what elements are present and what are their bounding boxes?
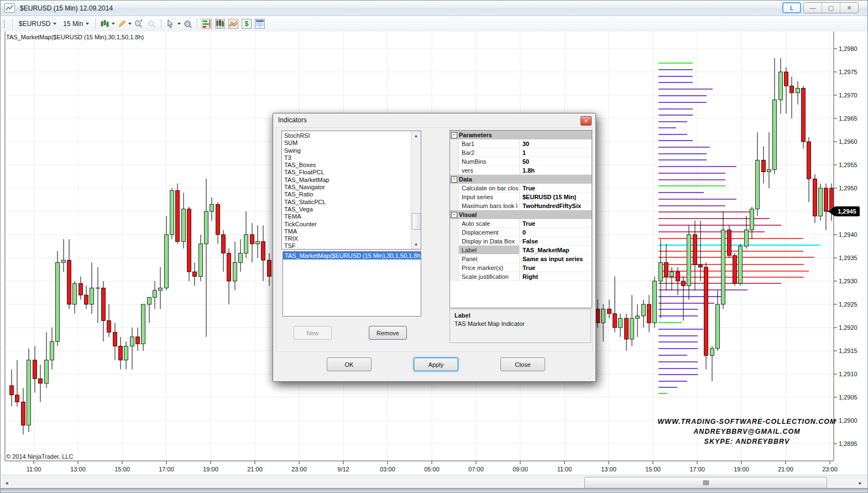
property-category[interactable]: −Parameters xyxy=(450,131,592,139)
property-name[interactable]: Display in Data Box xyxy=(459,237,520,246)
chevron-down-icon[interactable] xyxy=(128,23,132,25)
scrollbar-thumb[interactable] xyxy=(584,477,827,489)
property-name[interactable]: Scale justification xyxy=(459,272,520,281)
dialog-title-bar[interactable]: Indicators xyxy=(273,113,595,127)
property-row[interactable]: Display in Data BoxFalse xyxy=(450,237,592,246)
apply-button[interactable]: Apply xyxy=(414,357,458,371)
ok-button[interactable]: OK xyxy=(327,357,372,371)
property-name[interactable]: NumBins xyxy=(459,157,520,166)
minimize-icon[interactable]: — xyxy=(804,3,822,13)
indicator-list-item[interactable]: TEMA xyxy=(282,213,411,220)
close-button[interactable]: Close xyxy=(500,357,545,371)
resize-grip-icon[interactable]: ⋰ xyxy=(588,374,594,380)
property-value[interactable]: False xyxy=(520,237,592,246)
data-grid-icon[interactable] xyxy=(254,18,265,29)
collapse-icon[interactable]: − xyxy=(451,177,457,183)
property-grid[interactable]: −ParametersBar130Bar21NumBins50vers1.8h−… xyxy=(449,130,592,308)
property-name[interactable]: Bar1 xyxy=(459,139,520,148)
indicator-list-item[interactable]: TAS_Boxes xyxy=(282,162,411,169)
new-button[interactable]: New xyxy=(294,326,332,340)
property-value[interactable]: True xyxy=(520,184,592,193)
indicator-list[interactable]: StochRSISUMSwingT3TAS_BoxesTAS_FloatPCLT… xyxy=(281,131,421,250)
property-value[interactable]: TwoHundredFiftySix xyxy=(520,201,592,210)
chevron-down-icon[interactable] xyxy=(177,23,181,25)
property-name[interactable]: Displacement xyxy=(459,228,520,237)
indicator-list-item[interactable]: SUM xyxy=(282,139,411,147)
indicator-list-item[interactable]: TAS_MarketMap xyxy=(282,177,411,184)
indicator-list-item[interactable]: TAS_Navigator xyxy=(282,184,411,191)
property-row[interactable]: vers1.8h xyxy=(450,166,592,175)
property-name[interactable]: vers xyxy=(459,166,520,175)
magnifier-icon[interactable] xyxy=(182,18,193,29)
link-button[interactable]: L xyxy=(782,2,801,13)
property-value[interactable]: True xyxy=(520,219,592,228)
close-icon[interactable]: ✕ xyxy=(840,3,858,13)
indicator-list-item[interactable]: T3 xyxy=(282,154,411,162)
scroll-down-icon[interactable]: ▼ xyxy=(412,240,420,249)
indicator-list-item[interactable]: TRIX xyxy=(282,235,411,242)
property-row[interactable]: Auto scaleTrue xyxy=(450,219,592,228)
time-axis[interactable]: 11:0013:0015:0017:0019:0021:0023:009/120… xyxy=(27,461,838,473)
property-name[interactable]: Maximum bars look l xyxy=(459,201,520,210)
zoom-in-icon[interactable] xyxy=(133,18,144,29)
property-row[interactable]: Calculate on bar closTrue xyxy=(450,184,592,193)
indicator-list-item[interactable]: TAS_Ratio xyxy=(282,191,411,198)
indicator-list-item[interactable]: TAS_FloatPCL xyxy=(282,169,411,176)
dollar-icon[interactable]: $ xyxy=(241,18,252,29)
property-name[interactable]: Bar2 xyxy=(459,148,520,157)
property-name[interactable]: Panel xyxy=(459,255,520,263)
property-row[interactable]: Maximum bars look lTwoHundredFiftySix xyxy=(450,201,592,210)
property-row[interactable]: LabelTAS_MarketMap xyxy=(450,246,592,255)
chevron-down-icon[interactable] xyxy=(112,23,115,25)
scroll-right-icon[interactable]: ▸ xyxy=(856,478,865,488)
property-value[interactable]: True xyxy=(520,263,592,272)
property-name[interactable]: Label xyxy=(459,246,520,255)
property-value[interactable]: 1 xyxy=(520,148,592,157)
indicator-list-item[interactable]: StochRSI xyxy=(282,132,411,139)
property-name[interactable]: Calculate on bar clos xyxy=(459,184,520,193)
indicator-list-item[interactable]: Swing xyxy=(282,147,411,154)
dialog-close-icon[interactable]: ✕ xyxy=(581,116,592,126)
property-category[interactable]: −Visual xyxy=(450,210,592,219)
property-category[interactable]: −Data xyxy=(450,175,592,184)
property-value[interactable]: 1.8h xyxy=(520,166,592,175)
indicator-list-item[interactable]: TAS_StaticPCL xyxy=(282,199,411,206)
property-row[interactable]: Bar21 xyxy=(450,148,592,157)
property-row[interactable]: Price marker(s)True xyxy=(450,263,592,272)
indicator-list-item[interactable]: TAS_Vega xyxy=(282,206,411,213)
indicator-list-item[interactable]: TickCounter xyxy=(282,221,411,228)
chart-style-icon[interactable] xyxy=(100,18,111,29)
selected-indicator-list[interactable]: TAS_MarketMap($EURUSD (15 Min),30,1,50,1… xyxy=(283,251,421,316)
collapse-icon[interactable]: − xyxy=(451,132,457,138)
indicator-list-item[interactable]: TSF xyxy=(282,242,411,250)
property-value[interactable]: 0 xyxy=(520,228,592,237)
selected-indicator-item[interactable]: TAS_MarketMap($EURUSD (15 Min),30,1,50,1… xyxy=(283,252,421,260)
interval-selector[interactable]: 15 Min xyxy=(60,18,92,30)
line-chart-icon[interactable] xyxy=(228,18,239,29)
cursor-icon[interactable] xyxy=(165,18,176,29)
pencil-icon[interactable] xyxy=(116,18,127,29)
property-value[interactable]: $EURUSD (15 Min) xyxy=(520,193,592,201)
scroll-left-icon[interactable]: ◂ xyxy=(2,478,11,488)
title-bar[interactable]: $EURUSD (15 Min) 12.09.2014 L — ▢ ✕ xyxy=(1,1,867,16)
property-value[interactable]: 30 xyxy=(520,139,592,148)
property-name[interactable]: Input series xyxy=(459,193,520,201)
collapse-icon[interactable]: − xyxy=(451,212,457,218)
property-value[interactable]: TAS_MarketMap xyxy=(520,246,592,255)
price-axis[interactable]: 1,29801,29751,29701,29651,29601,29551,29… xyxy=(834,45,857,447)
property-row[interactable]: PanelSame as input series xyxy=(450,255,592,263)
scrollbar-thumb[interactable] xyxy=(412,213,421,230)
indicator-list-scrollbar[interactable]: ▲ ▼ xyxy=(411,131,421,249)
instrument-selector[interactable]: $EURUSD xyxy=(15,18,60,30)
property-row[interactable]: Scale justificationRight xyxy=(450,272,592,281)
property-row[interactable]: Input series$EURUSD (15 Min) xyxy=(450,193,592,201)
toolbar-grip[interactable] xyxy=(3,19,6,28)
property-value[interactable]: Right xyxy=(520,272,592,281)
candles-icon[interactable] xyxy=(215,18,226,29)
property-value[interactable]: Same as input series xyxy=(520,255,592,263)
property-value[interactable]: 50 xyxy=(520,157,592,166)
scroll-up-icon[interactable]: ▲ xyxy=(412,131,420,140)
property-row[interactable]: Displacement0 xyxy=(450,228,592,237)
restore-icon[interactable]: ▢ xyxy=(822,3,840,13)
remove-button[interactable]: Remove xyxy=(369,326,407,340)
